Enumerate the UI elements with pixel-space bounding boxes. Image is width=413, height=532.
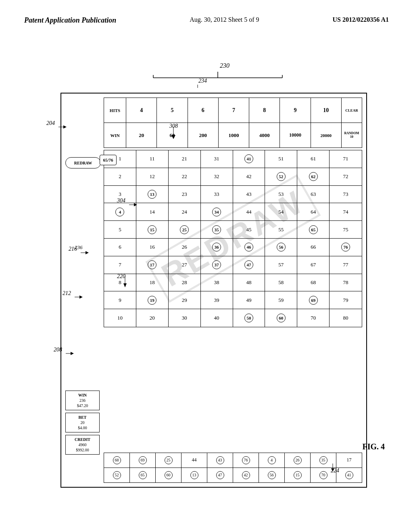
keno-cell-52[interactable]: 52 xyxy=(265,168,297,186)
selected-cell-65[interactable]: 65 xyxy=(130,468,156,483)
selected-cell-44[interactable]: 44 xyxy=(181,453,207,468)
selected-cell-17[interactable]: 17 xyxy=(336,453,362,468)
keno-cell-20[interactable]: 20 xyxy=(136,309,169,327)
keno-cell-51[interactable]: 51 xyxy=(265,150,297,168)
keno-cell-13[interactable]: 13 xyxy=(136,186,169,204)
keno-grid[interactable]: 1112131415161712122232425262723132333435… xyxy=(104,150,362,327)
keno-cell-79[interactable]: 79 xyxy=(330,291,362,309)
selected-cell-52[interactable]: 52 xyxy=(104,468,130,483)
keno-cell-17[interactable]: 17 xyxy=(136,256,169,274)
keno-cell-24[interactable]: 24 xyxy=(169,203,201,221)
keno-cell-7[interactable]: 7 xyxy=(104,256,136,274)
keno-cell-10[interactable]: 10 xyxy=(104,309,136,327)
keno-cell-18[interactable]: 18 xyxy=(136,274,169,292)
keno-cell-63[interactable]: 63 xyxy=(297,186,330,204)
keno-cell-38[interactable]: 38 xyxy=(201,274,233,292)
selected-cell-43[interactable]: 43 xyxy=(207,453,233,468)
keno-cell-39[interactable]: 39 xyxy=(201,291,233,309)
keno-cell-49[interactable]: 49 xyxy=(233,291,265,309)
redraw-button[interactable]: REDRAW xyxy=(65,157,101,168)
keno-cell-69[interactable]: 69 xyxy=(297,291,330,309)
keno-cell-31[interactable]: 31 xyxy=(201,150,233,168)
selected-cell-13[interactable]: 13 xyxy=(181,468,207,483)
keno-cell-16[interactable]: 16 xyxy=(136,239,169,256)
keno-cell-58[interactable]: 58 xyxy=(265,274,297,292)
selected-cell-15[interactable]: 15 xyxy=(285,468,311,483)
ref-212-arrow xyxy=(75,293,83,301)
svg-marker-22 xyxy=(331,468,334,472)
keno-cell-12[interactable]: 12 xyxy=(136,168,169,186)
keno-cell-23[interactable]: 23 xyxy=(169,186,201,204)
keno-cell-37[interactable]: 37 xyxy=(201,256,233,274)
keno-cell-78[interactable]: 78 xyxy=(330,274,362,292)
selected-cell-68[interactable]: 68 xyxy=(104,453,130,468)
keno-cell-29[interactable]: 29 xyxy=(169,291,201,309)
keno-cell-71[interactable]: 71 xyxy=(330,150,362,168)
svg-marker-10 xyxy=(171,135,175,139)
keno-cell-70[interactable]: 70 xyxy=(297,309,330,327)
keno-cell-72[interactable]: 72 xyxy=(330,168,362,186)
keno-cell-53[interactable]: 53 xyxy=(265,186,297,204)
keno-cell-46[interactable]: 46 xyxy=(233,239,265,256)
keno-cell-68[interactable]: 68 xyxy=(297,274,330,292)
keno-cell-35[interactable]: 35 xyxy=(201,221,233,239)
win-block: WIN 236 $47.20 xyxy=(65,391,100,410)
keno-cell-26[interactable]: 26 xyxy=(169,239,201,256)
selected-cell-47[interactable]: 47 xyxy=(207,468,233,483)
keno-cell-9[interactable]: 9 xyxy=(104,291,136,309)
keno-cell-22[interactable]: 22 xyxy=(169,168,201,186)
keno-cell-34[interactable]: 34 xyxy=(201,203,233,221)
keno-cell-2[interactable]: 2 xyxy=(104,168,136,186)
keno-cell-55[interactable]: 55 xyxy=(265,221,297,239)
selected-cell-25[interactable]: 25 xyxy=(156,453,181,468)
keno-cell-40[interactable]: 40 xyxy=(201,309,233,327)
keno-cell-66[interactable]: 66 xyxy=(297,239,330,256)
keno-cell-80[interactable]: 80 xyxy=(330,309,362,327)
keno-cell-62[interactable]: 62 xyxy=(297,168,330,186)
selected-cell-76[interactable]: 76 xyxy=(233,453,259,468)
keno-cell-28[interactable]: 28 xyxy=(169,274,201,292)
keno-cell-60[interactable]: 60 xyxy=(265,309,297,327)
keno-cell-73[interactable]: 73 xyxy=(330,186,362,204)
selected-cell-4[interactable]: 4 xyxy=(259,453,285,468)
keno-cell-64[interactable]: 64 xyxy=(297,203,330,221)
keno-cell-48[interactable]: 48 xyxy=(233,274,265,292)
keno-cell-42[interactable]: 42 xyxy=(233,168,265,186)
keno-cell-15[interactable]: 15 xyxy=(136,221,169,239)
keno-cell-6[interactable]: 6 xyxy=(104,239,136,256)
keno-cell-32[interactable]: 32 xyxy=(201,168,233,186)
keno-cell-76[interactable]: 76 xyxy=(330,239,362,256)
keno-cell-47[interactable]: 47 xyxy=(233,256,265,274)
selected-cell-56[interactable]: 56 xyxy=(259,468,285,483)
selected-cell-42[interactable]: 42 xyxy=(233,468,259,483)
keno-cell-54[interactable]: 54 xyxy=(265,203,297,221)
selected-cell-69[interactable]: 69 xyxy=(130,453,156,468)
keno-cell-65[interactable]: 65 xyxy=(297,221,330,239)
keno-cell-11[interactable]: 11 xyxy=(136,150,169,168)
selected-cell-60[interactable]: 60 xyxy=(156,468,181,483)
keno-cell-77[interactable]: 77 xyxy=(330,256,362,274)
keno-cell-33[interactable]: 33 xyxy=(201,186,233,204)
keno-cell-61[interactable]: 61 xyxy=(297,150,330,168)
keno-cell-41[interactable]: 41 xyxy=(233,150,265,168)
keno-cell-44[interactable]: 44 xyxy=(233,203,265,221)
keno-cell-5[interactable]: 5 xyxy=(104,221,136,239)
keno-cell-19[interactable]: 19 xyxy=(136,291,169,309)
keno-cell-57[interactable]: 57 xyxy=(265,256,297,274)
keno-cell-25[interactable]: 25 xyxy=(169,221,201,239)
keno-cell-27[interactable]: 27 xyxy=(169,256,201,274)
selected-cell-41[interactable]: 41 xyxy=(336,468,362,483)
keno-cell-14[interactable]: 14 xyxy=(136,203,169,221)
keno-cell-45[interactable]: 45 xyxy=(233,221,265,239)
keno-cell-56[interactable]: 56 xyxy=(265,239,297,256)
keno-cell-21[interactable]: 21 xyxy=(169,150,201,168)
keno-cell-67[interactable]: 67 xyxy=(297,256,330,274)
keno-cell-36[interactable]: 36 xyxy=(201,239,233,256)
keno-cell-30[interactable]: 30 xyxy=(169,309,201,327)
keno-cell-50[interactable]: 50 xyxy=(233,309,265,327)
keno-cell-43[interactable]: 43 xyxy=(233,186,265,204)
keno-cell-59[interactable]: 59 xyxy=(265,291,297,309)
selected-cell-26[interactable]: 26 xyxy=(285,453,311,468)
keno-cell-75[interactable]: 75 xyxy=(330,221,362,239)
keno-cell-74[interactable]: 74 xyxy=(330,203,362,221)
